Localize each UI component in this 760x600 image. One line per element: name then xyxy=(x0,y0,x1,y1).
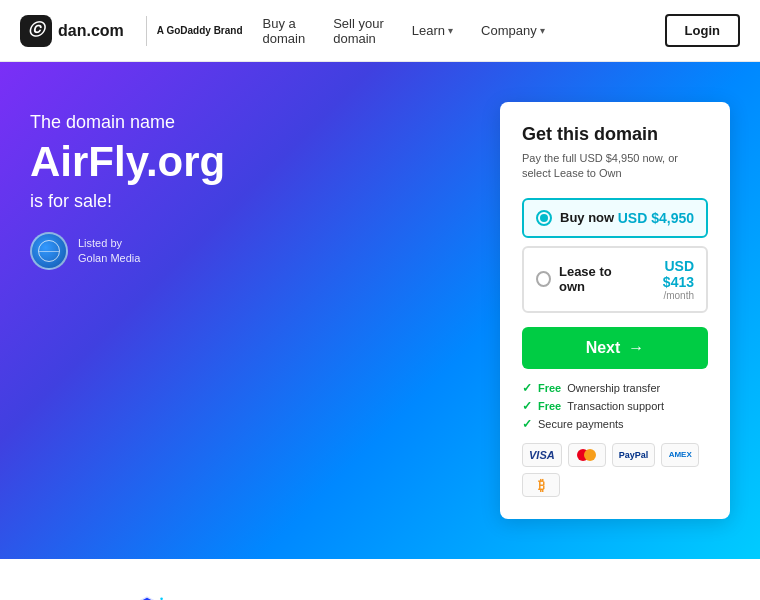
nav-learn[interactable]: Learn ▾ xyxy=(412,23,453,38)
feature-buyer-protection: Buyer Protection program xyxy=(30,587,263,600)
hero-text: The domain name AirFly.org is for sale! … xyxy=(30,102,225,270)
robot-icon: ✦ xyxy=(583,592,643,600)
card-description: Pay the full USD $4,950 now, or select L… xyxy=(522,151,708,182)
lease-price: USD $413 xyxy=(634,258,694,290)
lease-radio xyxy=(536,271,551,287)
buy-now-price: USD $4,950 xyxy=(618,210,694,226)
amex-icon: AMEX xyxy=(661,443,699,467)
logo: ⓒ dan.com xyxy=(20,15,124,47)
feature-transaction: ✓ Free Transaction support xyxy=(522,399,708,413)
hero-section: The domain name AirFly.org is for sale! … xyxy=(0,62,760,559)
lease-price-month: /month xyxy=(634,290,694,301)
feature-secure: ✓ Secure payments xyxy=(522,417,708,431)
features-section: Buyer Protection program Fast & easy tra… xyxy=(0,559,760,600)
nav-sell-domain[interactable]: Sell yourdomain xyxy=(333,16,384,46)
learn-dropdown-icon: ▾ xyxy=(448,25,453,36)
paper-plane-icon-wrap xyxy=(345,587,415,600)
hero-listed-by: Listed by Golan Media xyxy=(30,232,225,270)
shield-icon xyxy=(117,592,177,600)
company-dropdown-icon: ▾ xyxy=(540,25,545,36)
lease-to-own-option[interactable]: Lease to own USD $413 /month xyxy=(522,246,708,313)
paypal-icon: PayPal xyxy=(612,443,656,467)
shield-icon-wrap xyxy=(112,587,182,600)
listed-by-label: Listed by xyxy=(78,237,122,249)
godaddy-brand: A GoDaddy Brand xyxy=(157,25,243,37)
feature-hassle-free: ✦ Hassle free payments xyxy=(497,587,730,600)
purchase-card: Get this domain Pay the full USD $4,950 … xyxy=(500,102,730,519)
feature-fast-transfers: Fast & easy transfers xyxy=(263,587,496,600)
header-login: Login xyxy=(665,14,740,47)
logo-text: dan.com xyxy=(58,22,124,40)
check-icon-2: ✓ xyxy=(522,399,532,413)
features-row: Buyer Protection program Fast & easy tra… xyxy=(30,587,730,600)
globe-icon xyxy=(30,232,68,270)
bitcoin-icon: ₿ xyxy=(522,473,560,497)
next-arrow-icon: → xyxy=(628,339,644,357)
feature-ownership: ✓ Free Ownership transfer xyxy=(522,381,708,395)
lease-label: Lease to own xyxy=(559,264,634,294)
buy-now-label: Buy now xyxy=(560,210,614,225)
next-button[interactable]: Next → xyxy=(522,327,708,369)
robot-icon-wrap: ✦ xyxy=(578,587,648,600)
login-button[interactable]: Login xyxy=(665,14,740,47)
visa-icon: VISA xyxy=(522,443,562,467)
listed-by-name: Golan Media xyxy=(78,252,140,264)
card-title: Get this domain xyxy=(522,124,708,145)
nav-company[interactable]: Company ▾ xyxy=(481,23,545,38)
check-icon-1: ✓ xyxy=(522,381,532,395)
mastercard-icon xyxy=(568,443,606,467)
buy-now-option[interactable]: Buy now USD $4,950 xyxy=(522,198,708,238)
header: ⓒ dan.com A GoDaddy Brand Buy adomain Se… xyxy=(0,0,760,62)
check-icon-3: ✓ xyxy=(522,417,532,431)
logo-separator xyxy=(146,16,147,46)
hero-forsale: is for sale! xyxy=(30,191,225,212)
nav-buy-domain[interactable]: Buy adomain xyxy=(263,16,306,46)
logo-icon: ⓒ xyxy=(20,15,52,47)
card-features: ✓ Free Ownership transfer ✓ Free Transac… xyxy=(522,381,708,431)
buy-now-radio xyxy=(536,210,552,226)
paper-plane-icon xyxy=(350,592,410,600)
hero-subtitle: The domain name xyxy=(30,112,225,133)
hero-domain: AirFly.org xyxy=(30,139,225,185)
payment-icons: VISA PayPal AMEX ₿ xyxy=(522,443,708,497)
main-nav: Buy adomain Sell yourdomain Learn ▾ Comp… xyxy=(263,16,665,46)
